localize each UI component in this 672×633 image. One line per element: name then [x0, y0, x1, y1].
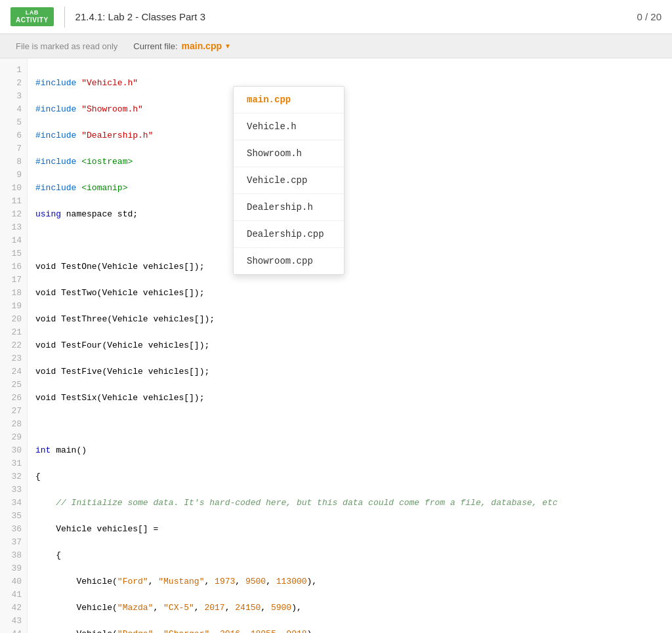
- dropdown-item-dealership-cpp[interactable]: Dealership.cpp: [234, 221, 344, 248]
- code-line-16: {: [35, 470, 664, 483]
- code-line-4: #include <iostream>: [35, 155, 664, 169]
- dropdown-item-showroom-cpp[interactable]: Showroom.cpp: [234, 248, 344, 274]
- lab-badge: LAB ACTIVITY: [10, 7, 54, 26]
- code-line-11: void TestFour(Vehicle vehicles[]);: [35, 339, 664, 352]
- current-file-section: Current file: main.cpp ▾: [133, 41, 230, 51]
- code-line-19: {: [35, 549, 664, 562]
- dropdown-item-showroom-h[interactable]: Showroom.h: [234, 140, 344, 167]
- code-line-13: void TestSix(Vehicle vehicles[]);: [35, 392, 664, 405]
- code-line-21: Vehicle("Mazda", "CX-5", 2017, 24150, 59…: [35, 602, 664, 615]
- dropdown-item-main-cpp[interactable]: main.cpp: [234, 87, 344, 113]
- code-line-2: #include "Showroom.h": [35, 103, 664, 116]
- code-line-7: [35, 234, 664, 247]
- code-line-15: int main(): [35, 444, 664, 457]
- dropdown-item-vehicle-cpp[interactable]: Vehicle.cpp: [234, 167, 344, 194]
- file-dropdown-arrow[interactable]: ▾: [226, 41, 230, 51]
- code-line-5: #include <iomanip>: [35, 182, 664, 195]
- code-line-17: // Initialize some data. It's hard-coded…: [35, 497, 664, 510]
- code-line-3: #include "Dealership.h": [35, 129, 664, 142]
- readonly-label: File is marked as read only: [16, 41, 117, 51]
- code-line-20: Vehicle("Ford", "Mustang", 1973, 9500, 1…: [35, 575, 664, 588]
- score-display: 0 / 20: [637, 11, 662, 22]
- code-line-14: [35, 418, 664, 431]
- code-line-1: #include "Vehicle.h": [35, 77, 664, 90]
- code-line-6: using namespace std;: [35, 208, 664, 221]
- code-line-8: void TestOne(Vehicle vehicles[]);: [35, 260, 664, 274]
- dropdown-item-vehicle-h[interactable]: Vehicle.h: [234, 113, 344, 140]
- lab-title: 21.4.1: Lab 2 - Classes Part 3: [75, 11, 637, 22]
- code-content: #include "Vehicle.h" #include "Showroom.…: [28, 58, 672, 633]
- code-line-9: void TestTwo(Vehicle vehicles[]);: [35, 287, 664, 300]
- line-numbers: 12345 678910 1112131415 1617181920 21222…: [0, 58, 28, 633]
- top-bar: LAB ACTIVITY 21.4.1: Lab 2 - Classes Par…: [0, 0, 672, 34]
- code-line-18: Vehicle vehicles[] =: [35, 523, 664, 536]
- file-bar: File is marked as read only Current file…: [0, 34, 672, 58]
- current-file-name[interactable]: main.cpp: [182, 41, 222, 51]
- file-dropdown[interactable]: main.cpp Vehicle.h Showroom.h Vehicle.cp…: [233, 86, 345, 275]
- code-line-10: void TestThree(Vehicle vehicles[]);: [35, 313, 664, 326]
- current-file-label: Current file:: [133, 41, 177, 51]
- editor-container: main.cpp Vehicle.h Showroom.h Vehicle.cp…: [0, 58, 672, 633]
- code-line-22: Vehicle("Dodge", "Charger", 2016, 18955,…: [35, 628, 664, 633]
- code-line-12: void TestFive(Vehicle vehicles[]);: [35, 365, 664, 378]
- divider: [64, 7, 65, 28]
- dropdown-item-dealership-h[interactable]: Dealership.h: [234, 194, 344, 221]
